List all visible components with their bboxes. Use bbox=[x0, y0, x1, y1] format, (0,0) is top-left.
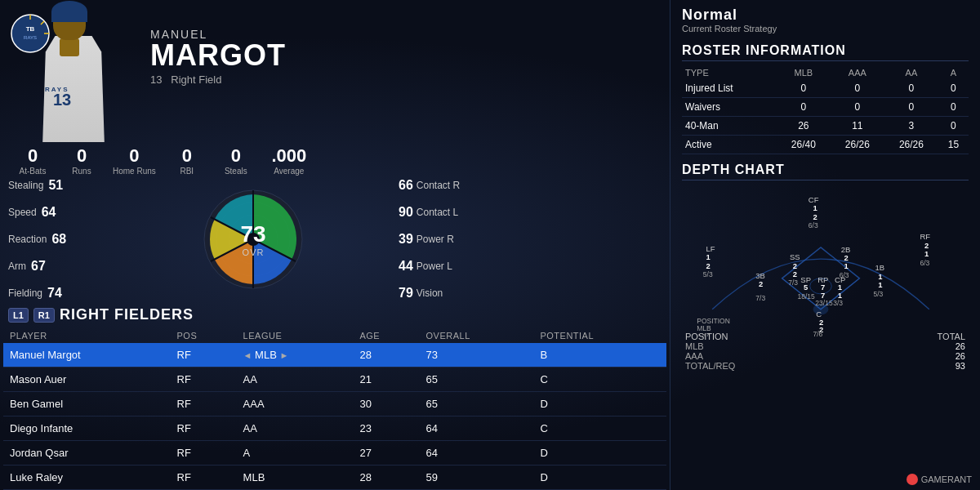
col-overall: OVERALL bbox=[420, 328, 534, 343]
roster-info-section: ROSTER INFORMATION TYPE MLB AAA AA A Inj… bbox=[682, 43, 969, 154]
cell-pos: RF bbox=[171, 392, 237, 416]
attr-vision: 79 Vision bbox=[399, 286, 498, 301]
gamerant-text: GAMERANT bbox=[921, 474, 972, 484]
roster-row-3[interactable]: Diego Infante RF AA 23 64 C bbox=[3, 416, 666, 441]
svg-text:2: 2 bbox=[813, 212, 817, 221]
gamerant-dot bbox=[906, 474, 918, 485]
svg-text:7/3: 7/3 bbox=[788, 278, 798, 287]
cell-age: 23 bbox=[353, 416, 419, 441]
ri-cell-aa: 0 bbox=[884, 98, 938, 117]
cell-overall: 73 bbox=[420, 343, 534, 368]
radar-stats-left: Stealing 51 Speed 64 Reaction 68 Arm 67 … bbox=[8, 172, 114, 306]
depth-chart-svg: LF 1 2 5/3 CF 1 2 6/3 RF 2 1 6/3 SS 2 2 … bbox=[682, 185, 960, 336]
cell-player: Jordan Qsar bbox=[3, 441, 171, 466]
svg-text:5/3: 5/3 bbox=[703, 270, 713, 278]
svg-text:2: 2 bbox=[759, 279, 763, 288]
depth-lf-label: LF bbox=[706, 244, 715, 253]
cell-potential: D bbox=[533, 466, 666, 490]
player-position: 13 Right Field bbox=[150, 74, 286, 86]
ri-cell-a: 15 bbox=[938, 136, 969, 154]
cell-age: 28 bbox=[353, 466, 419, 490]
ri-cell-type: Active bbox=[682, 136, 777, 154]
depth-cf-label: CF bbox=[808, 195, 819, 204]
roster-info-row-2: 40-Man 26 11 3 0 bbox=[682, 117, 969, 136]
svg-point-14 bbox=[247, 233, 260, 246]
ri-col-mlb: MLB bbox=[777, 66, 831, 79]
svg-text:2: 2 bbox=[793, 261, 797, 270]
cell-league: AAA bbox=[237, 392, 354, 416]
roster-info-row-1: Waivers 0 0 0 0 bbox=[682, 98, 969, 117]
depth-chart-section: DEPTH CHART LF 1 2 5/3 CF bbox=[682, 163, 969, 483]
roster-row-4[interactable]: Jordan Qsar RF A 27 64 D bbox=[3, 441, 666, 466]
cell-pos: RF bbox=[171, 368, 237, 392]
radar-stats-right: 66 Contact R 90 Contact L 39 Power R 44 … bbox=[392, 172, 498, 306]
cell-age: 28 bbox=[353, 343, 419, 368]
svg-text:7/6: 7/6 bbox=[813, 330, 823, 336]
nav-l1-button[interactable]: L1 bbox=[8, 308, 29, 323]
left-panel: TB RAYS 13 bbox=[0, 0, 670, 490]
svg-text:1: 1 bbox=[844, 261, 848, 270]
cell-league: MLB bbox=[237, 466, 354, 490]
roster-row-0[interactable]: Manuel Margot RF ◄ MLB ► 28 73 B bbox=[3, 343, 666, 368]
roster-row-5[interactable]: Luke Raley RF MLB 28 59 D bbox=[3, 466, 666, 490]
strategy-sub: Current Roster Strategy bbox=[682, 24, 969, 33]
cell-potential: B bbox=[533, 343, 666, 368]
depth-rf-label: RF bbox=[920, 232, 930, 241]
svg-text:2: 2 bbox=[924, 241, 929, 250]
center-section: Stealing 51 Speed 64 Reaction 68 Arm 67 … bbox=[0, 172, 670, 306]
attr-power-r: 39 Power R bbox=[399, 232, 498, 247]
depth-position-info: POSITION MLB AAA TOTAL/REQ bbox=[685, 332, 735, 371]
cell-player: Luke Raley bbox=[3, 466, 171, 490]
svg-text:1: 1 bbox=[878, 272, 882, 281]
attr-fielding: Fielding 74 bbox=[8, 286, 108, 301]
roster-row-1[interactable]: Mason Auer RF AA 21 65 C bbox=[3, 368, 666, 392]
svg-text:2: 2 bbox=[706, 261, 710, 270]
league-next-chevron[interactable]: ► bbox=[279, 350, 288, 360]
strategy-section: Normal Current Roster Strategy bbox=[682, 7, 969, 33]
cell-overall: 64 bbox=[420, 416, 534, 441]
svg-text:3/3: 3/3 bbox=[833, 299, 843, 307]
depth-3b-label: 3B bbox=[755, 271, 765, 280]
col-league: LEAGUE bbox=[237, 328, 354, 343]
col-pos: POS bbox=[171, 328, 237, 343]
ri-col-aaa: AAA bbox=[831, 66, 884, 79]
attr-contact-l: 90 Contact L bbox=[399, 205, 498, 220]
ri-cell-mlb: 26 bbox=[777, 117, 831, 136]
ri-cell-mlb: 0 bbox=[777, 98, 831, 117]
cell-age: 27 bbox=[353, 441, 419, 466]
ri-col-a: A bbox=[938, 66, 969, 79]
ri-cell-aa: 3 bbox=[884, 117, 938, 136]
cell-player: Diego Infante bbox=[3, 416, 171, 441]
player-header: TB RAYS 13 bbox=[0, 7, 670, 142]
svg-text:6/3: 6/3 bbox=[920, 259, 929, 267]
attr-power-l: 44 Power L bbox=[399, 259, 498, 274]
ri-cell-aaa: 0 bbox=[831, 79, 884, 98]
roster-info-header: TYPE MLB AAA AA A bbox=[682, 66, 969, 79]
roster-table: PLAYER POS LEAGUE AGE OVERALL POTENTIAL … bbox=[3, 328, 666, 490]
cell-league: A bbox=[237, 441, 354, 466]
roster-info-table: TYPE MLB AAA AA A Injured List 0 0 0 0 W… bbox=[682, 66, 969, 154]
ri-cell-aaa: 0 bbox=[831, 98, 884, 117]
cell-age: 30 bbox=[353, 392, 419, 416]
roster-table-header: PLAYER POS LEAGUE AGE OVERALL POTENTIAL bbox=[3, 328, 666, 343]
svg-text:1: 1 bbox=[878, 280, 882, 289]
depth-total-info: TOTAL 26 26 93 bbox=[938, 332, 965, 371]
attr-stealing: Stealing 51 bbox=[8, 178, 108, 193]
depth-ss-label: SS bbox=[790, 252, 800, 261]
cell-potential: C bbox=[533, 368, 666, 392]
svg-text:7: 7 bbox=[821, 291, 825, 300]
roster-section: L1 R1 RIGHT FIELDERS PLAYER POS LEAGUE A… bbox=[0, 306, 670, 490]
cell-pos: RF bbox=[171, 416, 237, 441]
cell-league: AA bbox=[237, 416, 354, 441]
depth-2b-label: 2B bbox=[841, 245, 851, 254]
ri-cell-aaa: 11 bbox=[831, 117, 884, 136]
cell-player: Mason Auer bbox=[3, 368, 171, 392]
league-prev-chevron[interactable]: ◄ bbox=[243, 350, 252, 360]
svg-text:1: 1 bbox=[813, 203, 817, 212]
attr-arm: Arm 67 bbox=[8, 259, 108, 274]
cell-overall: 65 bbox=[420, 392, 534, 416]
player-last-name: MARGOT bbox=[150, 41, 286, 70]
nav-r1-button[interactable]: R1 bbox=[33, 308, 55, 323]
cell-age: 21 bbox=[353, 368, 419, 392]
roster-row-2[interactable]: Ben Gamel RF AAA 30 65 D bbox=[3, 392, 666, 416]
